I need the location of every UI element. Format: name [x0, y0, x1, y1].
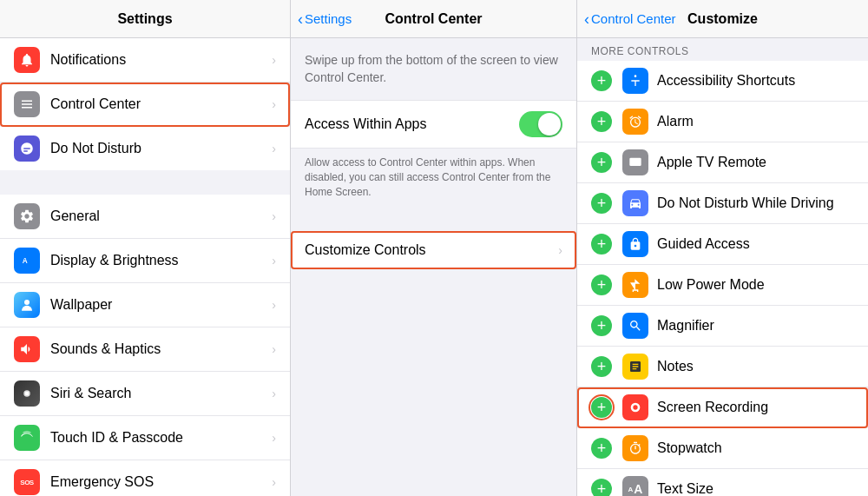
control-item-appletv[interactable]: + Apple TV Remote	[577, 142, 868, 183]
control-item-notes[interactable]: + Notes	[577, 347, 868, 387]
touchid-chevron: ›	[272, 431, 276, 445]
settings-item-display[interactable]: A Display & Brightness ›	[0, 239, 290, 283]
sounds-icon	[14, 336, 40, 362]
add-low-power-btn[interactable]: +	[591, 274, 612, 295]
accessibility-label: Accessibility Shortcuts	[657, 73, 854, 89]
notifications-label: Notifications	[50, 52, 265, 68]
add-appletv-btn[interactable]: +	[591, 152, 612, 173]
add-stopwatch-btn[interactable]: +	[591, 438, 612, 459]
separator-1	[0, 170, 290, 195]
control-item-stopwatch[interactable]: + Stopwatch	[577, 428, 868, 469]
settings-list: Notifications › Control Center › Do Not …	[0, 38, 290, 496]
text-size-label: Text Size	[657, 481, 854, 496]
stopwatch-icon	[622, 435, 648, 461]
settings-item-sounds[interactable]: Sounds & Haptics ›	[0, 327, 290, 372]
alarm-icon	[622, 109, 648, 135]
notes-label: Notes	[657, 359, 854, 374]
add-alarm-btn[interactable]: +	[591, 111, 612, 132]
sounds-label: Sounds & Haptics	[50, 341, 265, 357]
left-panel-title: Settings	[117, 11, 172, 27]
do-not-disturb-icon	[14, 136, 40, 162]
right-back-label: Control Center	[591, 11, 676, 26]
svg-text:A: A	[23, 257, 28, 265]
screen-recording-icon	[622, 394, 648, 420]
svg-point-7	[633, 405, 637, 409]
settings-item-notifications[interactable]: Notifications ›	[0, 38, 290, 83]
control-item-dnd-driving[interactable]: + Do Not Disturb While Driving	[577, 183, 868, 224]
right-panel: ‹ Control Center Customize MORE CONTROLS…	[577, 0, 868, 496]
middle-content: Swipe up from the bottom of the screen t…	[291, 38, 576, 496]
control-center-chevron: ›	[272, 97, 276, 111]
customize-controls-row[interactable]: Customize Controls ›	[291, 231, 576, 269]
general-icon	[14, 203, 40, 229]
appletv-label: Apple TV Remote	[657, 155, 854, 170]
control-item-low-power[interactable]: + Low Power Mode	[577, 265, 868, 306]
display-label: Display & Brightness	[50, 253, 265, 268]
access-within-apps-row[interactable]: Access Within Apps	[291, 100, 576, 149]
accessibility-icon	[622, 68, 648, 94]
settings-item-siri[interactable]: Siri & Search ›	[0, 372, 290, 416]
text-size-icon: AA	[622, 476, 648, 496]
control-item-text-size[interactable]: + AA Text Size	[577, 469, 868, 496]
add-screen-recording-btn[interactable]: +	[591, 397, 612, 418]
left-nav-header: Settings	[0, 0, 290, 38]
guided-access-icon	[622, 231, 648, 257]
control-item-screen-recording[interactable]: + Screen Recording	[577, 387, 868, 428]
control-item-magnifier[interactable]: + Magnifier	[577, 306, 868, 347]
control-item-guided-access[interactable]: + Guided Access	[577, 224, 868, 265]
control-item-accessibility[interactable]: + Accessibility Shortcuts	[577, 61, 868, 102]
magnifier-label: Magnifier	[657, 318, 854, 334]
do-not-disturb-label: Do Not Disturb	[50, 141, 265, 156]
emergency-chevron: ›	[272, 475, 276, 489]
middle-back-arrow: ‹	[298, 11, 303, 27]
settings-item-control-center[interactable]: Control Center ›	[0, 83, 290, 127]
settings-item-emergency[interactable]: SOS Emergency SOS ›	[0, 460, 290, 496]
settings-item-do-not-disturb[interactable]: Do Not Disturb ›	[0, 127, 290, 170]
settings-item-wallpaper[interactable]: Wallpaper ›	[0, 283, 290, 327]
toggle-knob	[538, 113, 561, 136]
add-guided-access-btn[interactable]: +	[591, 234, 612, 255]
wallpaper-icon	[14, 292, 40, 318]
wallpaper-label: Wallpaper	[50, 297, 265, 313]
middle-back-button[interactable]: ‹ Settings	[298, 11, 352, 27]
dnd-driving-label: Do Not Disturb While Driving	[657, 195, 854, 211]
svg-point-3	[25, 392, 30, 396]
add-notes-btn[interactable]: +	[591, 356, 612, 377]
guided-access-label: Guided Access	[657, 236, 854, 252]
add-accessibility-btn[interactable]: +	[591, 70, 612, 91]
control-item-alarm[interactable]: + Alarm	[577, 102, 868, 142]
control-center-label: Control Center	[50, 96, 265, 112]
middle-description: Swipe up from the bottom of the screen t…	[291, 38, 576, 100]
customize-chevron: ›	[558, 243, 562, 257]
settings-item-general[interactable]: General ›	[0, 195, 290, 239]
general-label: General	[50, 208, 265, 224]
add-dnd-driving-btn[interactable]: +	[591, 193, 612, 214]
right-back-button[interactable]: ‹ Control Center	[584, 11, 676, 27]
touchid-label: Touch ID & Passcode	[50, 430, 265, 446]
display-chevron: ›	[272, 254, 276, 268]
notes-icon	[622, 354, 648, 380]
access-toggle[interactable]	[519, 111, 562, 137]
wallpaper-chevron: ›	[272, 298, 276, 312]
add-text-size-btn[interactable]: +	[591, 479, 612, 496]
stopwatch-label: Stopwatch	[657, 440, 854, 456]
general-chevron: ›	[272, 209, 276, 223]
dnd-driving-icon	[622, 190, 648, 216]
right-back-arrow: ‹	[584, 11, 589, 27]
middle-panel-title: Control Center	[385, 11, 483, 27]
alarm-label: Alarm	[657, 114, 854, 129]
settings-group-1: Notifications › Control Center › Do Not …	[0, 38, 290, 170]
touchid-icon	[14, 425, 40, 451]
add-magnifier-btn[interactable]: +	[591, 315, 612, 336]
notifications-icon	[14, 47, 40, 73]
svg-point-1	[24, 300, 30, 305]
right-nav-header: ‹ Control Center Customize	[577, 0, 868, 38]
middle-back-label: Settings	[305, 11, 352, 26]
sounds-chevron: ›	[272, 342, 276, 356]
settings-item-touchid[interactable]: Touch ID & Passcode ›	[0, 416, 290, 460]
settings-group-2: General › A Display & Brightness › Wallp…	[0, 195, 290, 496]
middle-nav-header: ‹ Settings Control Center	[291, 0, 576, 38]
siri-icon	[14, 380, 40, 407]
left-panel: Settings Notifications › Control Center …	[0, 0, 291, 496]
siri-chevron: ›	[272, 387, 276, 400]
